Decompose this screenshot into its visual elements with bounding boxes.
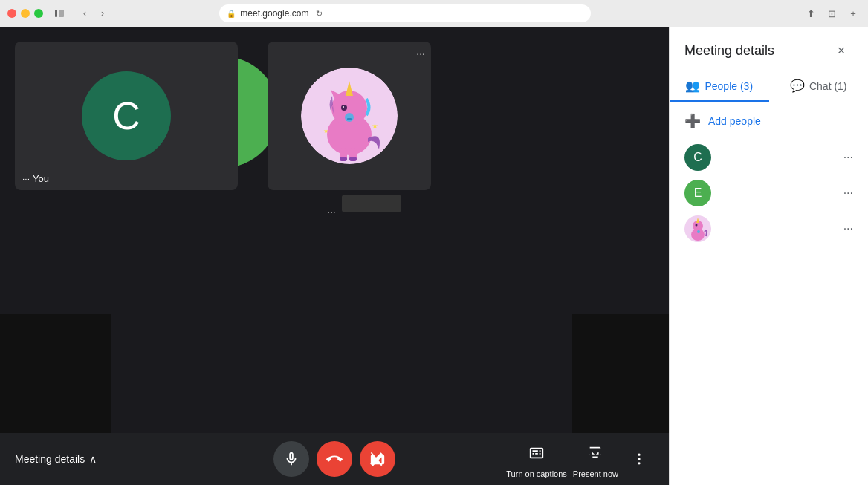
browser-actions: ⬆ ⊡ + (804, 6, 861, 21)
svg-point-8 (343, 106, 344, 108)
svg-rect-13 (340, 157, 347, 161)
you-text: You (33, 173, 49, 184)
share-btn[interactable]: ⬆ (804, 6, 819, 21)
participant-row-e[interactable]: E ··· (678, 175, 859, 211)
bottom-toolbar: Meeting details ∧ Tur (0, 433, 669, 485)
unicorn-avatar-svg: ★ ★ (301, 68, 398, 164)
redacted-name (342, 195, 401, 212)
nav-buttons: ‹ › (77, 6, 110, 21)
close-traffic-light[interactable] (7, 9, 16, 18)
svg-point-17 (638, 454, 640, 456)
tab-chat[interactable]: 💬 Chat (1) (769, 71, 869, 102)
svg-point-7 (341, 105, 347, 111)
video-off-button[interactable] (360, 441, 395, 477)
svg-rect-1 (59, 10, 64, 17)
sidebar-close-button[interactable]: × (829, 39, 853, 62)
unicorn-small-svg (684, 215, 711, 242)
main-container: C ··· You (0, 27, 868, 485)
maximize-traffic-light[interactable] (34, 9, 43, 18)
toolbar-right: Turn on captions Present now (506, 440, 654, 478)
video-area: C ··· You (0, 27, 669, 485)
new-tab-btn[interactable]: + (846, 6, 861, 21)
svg-rect-0 (55, 10, 57, 17)
add-people-label: Add people (708, 115, 761, 127)
participant-tile-you: C ··· You (15, 42, 238, 190)
add-people-button[interactable]: ➕ Add people (670, 102, 868, 140)
address-bar[interactable]: 🔒 meet.google.com ↻ (219, 4, 591, 22)
present-now-action[interactable]: Present now (573, 440, 618, 478)
svg-rect-10 (347, 118, 352, 120)
svg-text:★: ★ (372, 122, 378, 130)
present-now-icon (582, 440, 609, 466)
participant-more-e[interactable]: ··· (843, 186, 853, 200)
svg-point-19 (638, 462, 640, 464)
meeting-details-toggle[interactable]: Meeting details ∧ (15, 453, 97, 465)
sidebar-tabs: 👥 People (3) 💬 Chat (1) (670, 71, 868, 102)
tab-people[interactable]: 👥 People (3) (670, 71, 769, 102)
participant-avatar-c: C (684, 144, 711, 171)
more-options-button[interactable] (624, 444, 654, 474)
sidebar-toggle-btn[interactable] (52, 6, 67, 21)
avatar-c: C (82, 71, 171, 160)
back-btn[interactable]: ‹ (77, 6, 92, 21)
svg-point-24 (696, 224, 698, 227)
middle-dots: ··· (327, 206, 336, 218)
unicorn-tile-menu[interactable]: ··· (416, 48, 425, 59)
svg-point-18 (638, 458, 640, 460)
url-text: meet.google.com (240, 8, 308, 19)
lock-icon: 🔒 (227, 10, 236, 18)
mic-button[interactable] (273, 441, 309, 477)
sidebar-title: Meeting details (684, 43, 774, 59)
participants-list: C ··· E ··· (670, 140, 868, 485)
reading-mode-btn[interactable]: ⊡ (825, 6, 840, 21)
middle-bar: ··· (327, 204, 401, 220)
participant-avatar-unicorn (684, 215, 711, 242)
chevron-up-icon: ∧ (89, 453, 97, 465)
participant-row-c[interactable]: C ··· (678, 140, 859, 175)
participant-row-unicorn[interactable]: ··· (678, 211, 859, 247)
end-call-icon (326, 451, 343, 467)
captions-label: Turn on captions (506, 469, 567, 478)
end-call-button[interactable] (317, 441, 352, 477)
more-icon (632, 452, 647, 466)
captions-action[interactable]: Turn on captions (506, 440, 567, 478)
people-tab-label: People (3) (705, 80, 753, 92)
svg-text:★: ★ (323, 128, 328, 134)
video-off-icon (369, 451, 386, 467)
people-tab-icon: 👥 (685, 79, 700, 93)
reload-icon[interactable]: ↻ (316, 9, 323, 19)
mic-icon (283, 451, 299, 467)
toolbar-center (273, 441, 395, 477)
traffic-lights (7, 9, 43, 18)
chat-tab-label: Chat (1) (809, 80, 847, 92)
add-people-icon: ➕ (684, 113, 701, 129)
participant-tile-unicorn: ★ ★ ··· (268, 42, 431, 190)
sidebar-header: Meeting details × (670, 27, 868, 62)
svg-point-25 (697, 230, 700, 233)
svg-point-9 (345, 113, 354, 122)
forward-btn[interactable]: › (95, 6, 110, 21)
svg-rect-14 (349, 157, 357, 161)
participant-avatar-e: E (684, 180, 711, 206)
sidebar: Meeting details × 👥 People (3) 💬 Chat (1… (669, 27, 868, 485)
you-label: ··· You (22, 173, 49, 184)
minimize-traffic-light[interactable] (21, 9, 30, 18)
captions-icon (523, 440, 550, 466)
participant-more-c[interactable]: ··· (843, 151, 853, 164)
participant-more-unicorn[interactable]: ··· (843, 222, 853, 235)
browser-chrome: ‹ › 🔒 meet.google.com ↻ ⬆ ⊡ + (0, 0, 868, 27)
chat-tab-icon: 💬 (790, 79, 805, 93)
present-now-label: Present now (573, 469, 618, 478)
meeting-details-label: Meeting details (15, 453, 85, 465)
